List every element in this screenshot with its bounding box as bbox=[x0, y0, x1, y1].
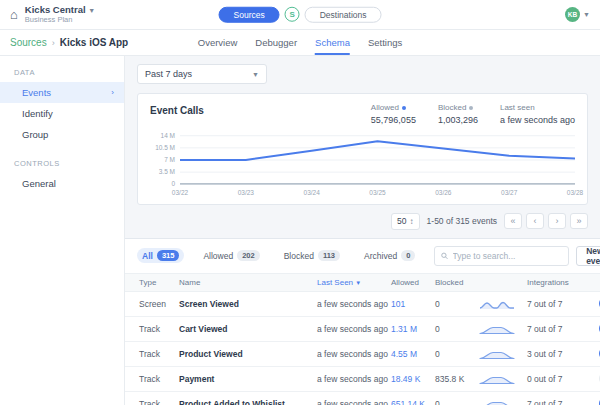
legend-blocked: Blocked1,003,296 bbox=[438, 103, 478, 126]
chart-title: Event Calls bbox=[150, 103, 204, 116]
col-blocked: Blocked bbox=[435, 278, 479, 287]
table-row[interactable]: TrackPaymenta few seconds ago18.49 K835.… bbox=[125, 367, 600, 392]
sidebar-item-group[interactable]: Group bbox=[0, 124, 124, 145]
sources-toggle-button[interactable]: Sources bbox=[219, 6, 280, 23]
tab-overview[interactable]: Overview bbox=[198, 30, 238, 55]
tab-settings[interactable]: Settings bbox=[368, 30, 402, 55]
cell-type: Track bbox=[139, 374, 179, 384]
table-row[interactable]: TrackProduct Vieweda few seconds ago4.55… bbox=[125, 342, 600, 367]
legend-value: 55,796,055 bbox=[371, 114, 416, 126]
table-row[interactable]: ScreenScreen Vieweda few seconds ago1010… bbox=[125, 292, 600, 317]
sidebar-item-label: General bbox=[22, 178, 56, 189]
sidebar-item-label: Identify bbox=[22, 108, 53, 119]
x-tick-label: 03/26 bbox=[435, 189, 451, 196]
cell-blocked-count: 0 bbox=[435, 299, 479, 309]
col-allowed: Allowed bbox=[391, 278, 435, 287]
breadcrumb-sources-link[interactable]: Sources bbox=[10, 37, 47, 48]
cell-type: Screen bbox=[139, 299, 179, 309]
tab-schema[interactable]: Schema bbox=[315, 30, 350, 55]
home-icon: ⌂ bbox=[10, 8, 18, 21]
first-page-button[interactable]: « bbox=[504, 213, 522, 229]
cell-type: Track bbox=[139, 349, 179, 359]
chevron-right-icon: › bbox=[111, 88, 114, 97]
filter-tab-label: All bbox=[142, 251, 153, 261]
event-calls-chart: 14 M10.5 M7 M3.5 M0 bbox=[150, 134, 575, 186]
cell-allowed-count[interactable]: 101 bbox=[391, 299, 435, 309]
sidebar-item-label: Group bbox=[22, 129, 48, 140]
search-icon bbox=[441, 252, 448, 260]
search-box bbox=[434, 246, 569, 266]
table-row[interactable]: TrackCart Vieweda few seconds ago1.31 M0… bbox=[125, 317, 600, 342]
cell-event-name: Product Added to Whislist bbox=[179, 399, 317, 405]
cell-allowed-count[interactable]: 18.49 K bbox=[391, 374, 435, 384]
date-range-select[interactable]: Past 7 days ▼ bbox=[137, 64, 267, 84]
breadcrumb-separator: › bbox=[52, 38, 55, 48]
cell-allowed-count[interactable]: 4.55 M bbox=[391, 349, 435, 359]
table-filter-row: All315Allowed202Blocked113Archived0 New … bbox=[125, 239, 600, 273]
sidebar-item-events[interactable]: Events› bbox=[0, 82, 124, 103]
user-menu[interactable]: KB ▼ bbox=[565, 7, 590, 22]
sidebar-item-general[interactable]: General bbox=[0, 173, 124, 194]
chevron-down-icon: ▼ bbox=[88, 7, 95, 14]
top-navbar: ⌂ Kicks Central ▼ Business Plan Sources … bbox=[0, 0, 600, 30]
cell-event-name: Payment bbox=[179, 374, 317, 384]
col-last-seen-sort[interactable]: Last Seen ▼ bbox=[317, 278, 391, 287]
sidebar-gap bbox=[0, 145, 124, 159]
table-row[interactable]: TrackProduct Added to Whislista few seco… bbox=[125, 392, 600, 405]
cell-toggle: ✓ bbox=[591, 322, 600, 335]
filter-tab-all[interactable]: All315 bbox=[137, 248, 184, 263]
tab-debugger[interactable]: Debugger bbox=[255, 30, 297, 55]
destinations-toggle-button[interactable]: Destinations bbox=[305, 6, 382, 23]
cell-type: Track bbox=[139, 399, 179, 405]
workspace-plan: Business Plan bbox=[25, 16, 95, 24]
sidebar-item-label: Events bbox=[22, 87, 51, 98]
workspace-switcher[interactable]: ⌂ Kicks Central ▼ Business Plan bbox=[10, 5, 95, 24]
last-page-button[interactable]: » bbox=[570, 213, 588, 229]
avatar: KB bbox=[565, 7, 580, 22]
filter-tab-archived[interactable]: Archived0 bbox=[359, 248, 420, 263]
table-header-row: Type Name Last Seen ▼ Allowed Blocked In… bbox=[125, 273, 600, 292]
filter-tab-count-badge: 202 bbox=[237, 250, 260, 261]
sparkline-chart bbox=[479, 323, 527, 335]
filter-tab-allowed[interactable]: Allowed202 bbox=[198, 248, 264, 263]
x-tick-label: 03/28 bbox=[567, 189, 583, 196]
next-page-button[interactable]: › bbox=[548, 213, 566, 229]
legend-dot-icon bbox=[469, 106, 473, 110]
source-tabs: OverviewDebuggerSchemaSettings bbox=[198, 30, 403, 55]
cell-type: Track bbox=[139, 324, 179, 334]
y-tick-label: 10.5 M bbox=[155, 145, 175, 152]
legend-label: Allowed bbox=[371, 103, 416, 114]
sources-destinations-switch: Sources S Destinations bbox=[219, 6, 382, 23]
cell-allowed-count[interactable]: 1.31 M bbox=[391, 324, 435, 334]
breadcrumb-current: Kicks iOS App bbox=[60, 37, 129, 48]
filter-tab-count-badge: 315 bbox=[157, 250, 180, 261]
chevron-down-icon: ▼ bbox=[583, 11, 590, 18]
col-integrations: Integrations bbox=[527, 278, 591, 287]
cell-allowed-count[interactable]: 651.14 K bbox=[391, 399, 435, 405]
filter-tab-blocked[interactable]: Blocked113 bbox=[279, 248, 345, 263]
sort-caret-icon: ▼ bbox=[355, 280, 361, 286]
x-tick-label: 03/25 bbox=[369, 189, 385, 196]
search-input[interactable] bbox=[453, 251, 563, 261]
legend-label: Last seen bbox=[500, 103, 575, 114]
page-size-select[interactable]: 50 ↕ bbox=[391, 213, 419, 230]
cell-toggle: ✕ bbox=[591, 372, 600, 385]
up-down-icon: ↕ bbox=[410, 217, 414, 226]
x-tick-label: 03/27 bbox=[501, 189, 517, 196]
chart-x-axis: 03/2203/2303/2403/2503/2603/2703/28 bbox=[180, 186, 575, 198]
chart-plot bbox=[180, 134, 575, 186]
cell-last-seen: a few seconds ago bbox=[317, 374, 391, 384]
sidebar-item-identify[interactable]: Identify bbox=[0, 103, 124, 124]
prev-page-button[interactable]: ‹ bbox=[526, 213, 544, 229]
pagination-range: 1-50 of 315 events bbox=[427, 216, 497, 226]
sparkline-chart bbox=[479, 348, 527, 360]
cell-toggle: ✓ bbox=[591, 397, 600, 405]
pagination: 50 ↕ 1-50 of 315 events «‹›» bbox=[137, 213, 588, 230]
chart-y-axis: 14 M10.5 M7 M3.5 M0 bbox=[150, 134, 180, 186]
cell-event-name: Screen Viewed bbox=[179, 299, 317, 309]
cell-integrations: 0 out of 7 bbox=[527, 374, 591, 384]
segment-logo-icon: S bbox=[285, 7, 300, 22]
new-event-button[interactable]: New event bbox=[576, 246, 600, 266]
legend-dot-icon bbox=[402, 106, 406, 110]
filter-tab-count-badge: 113 bbox=[318, 250, 340, 261]
